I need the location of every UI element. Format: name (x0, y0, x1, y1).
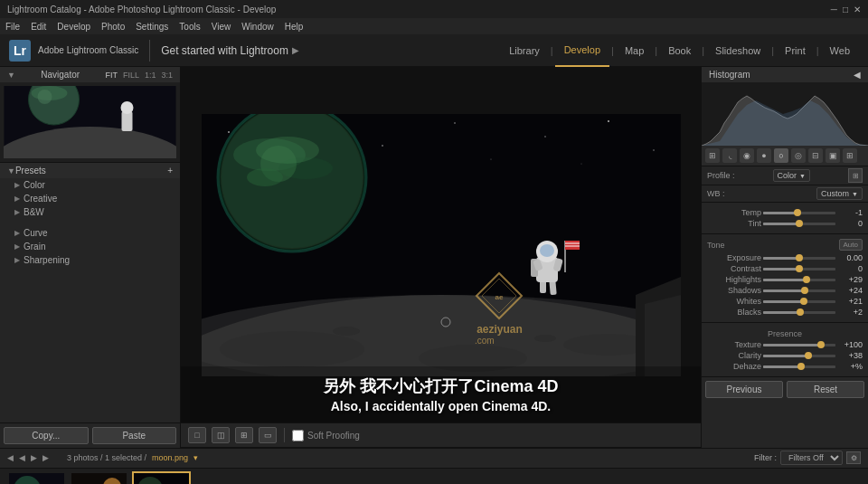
nav-library[interactable]: Library (500, 34, 549, 67)
auto-btn[interactable]: Auto (839, 239, 863, 251)
grid-btn[interactable]: ⊞ (235, 427, 253, 443)
before-after-btn[interactable]: ◫ (212, 427, 230, 443)
nav-web[interactable]: Web (821, 34, 859, 67)
histogram-header: Histogram ◀ (702, 67, 868, 82)
color-grading-icon[interactable]: ● (757, 148, 771, 163)
preset-bw[interactable]: ▶B&W (0, 205, 180, 219)
preset-color[interactable]: ▶Color (0, 178, 180, 192)
wb-label: WB : (707, 189, 725, 198)
hsl-icon[interactable]: ◉ (740, 148, 754, 163)
profile-dropdown[interactable]: Color ▼ (773, 169, 810, 182)
preset-grain[interactable]: ▶Grain (0, 240, 180, 253)
shadows-slider[interactable] (763, 289, 835, 292)
contrast-slider[interactable] (763, 268, 835, 270)
nav-map[interactable]: Map (616, 34, 653, 67)
filmstrip-header: ◀ ◀ ▶ ▶ 3 photos / 1 selected / moon.png… (0, 449, 868, 469)
menu-window[interactable]: Window (241, 22, 274, 32)
camera-cal-icon[interactable]: ⊞ (843, 148, 857, 163)
menu-help[interactable]: Help (285, 22, 304, 32)
histogram-collapse-icon[interactable]: ◀ (854, 70, 861, 80)
filter-settings-btn[interactable]: ⚙ (846, 451, 861, 464)
navigator-section: ▼ Navigator FIT FILL 1:1 3:1 (0, 67, 180, 163)
nav-1-1-btn[interactable]: 1:1 (145, 71, 156, 80)
previous-btn[interactable]: Previous (705, 381, 783, 398)
profile-grid-btn[interactable]: ⊞ (848, 168, 863, 183)
maximize-btn[interactable]: □ (843, 5, 848, 14)
bottom-area: ◀ ◀ ▶ ▶ 3 photos / 1 selected / moon.png… (0, 448, 868, 484)
menu-view[interactable]: View (212, 22, 231, 32)
whites-slider[interactable] (763, 300, 835, 303)
minimize-btn[interactable]: ─ (831, 5, 837, 14)
exposure-row: Exposure 0.00 (707, 253, 863, 262)
tint-label: Tint (707, 219, 761, 228)
presets-collapse-icon[interactable]: ▼ (7, 166, 15, 176)
filmstrip-folder-arrow[interactable]: ▾ (193, 453, 198, 462)
nav-develop[interactable]: Develop (555, 34, 609, 67)
blacks-slider[interactable] (763, 311, 835, 314)
filmstrip-nav-fwd[interactable]: ▶ (31, 453, 37, 462)
right-panel: Histogram ◀ ⊞ ◟ ◉ ● ○ ◎ ⊟ ▣ ⊞ (701, 67, 868, 448)
close-btn[interactable]: ✕ (854, 5, 861, 14)
nav-book[interactable]: Book (659, 34, 700, 67)
copy-btn[interactable]: Copy... (4, 427, 89, 444)
nav-print[interactable]: Print (776, 34, 815, 67)
texture-slider[interactable] (763, 344, 835, 346)
clarity-slider[interactable] (763, 355, 835, 357)
preset-curve[interactable]: ▶Curve (0, 226, 180, 240)
nav-fill-btn[interactable]: FILL (123, 71, 139, 80)
navigator-thumbnail[interactable] (0, 82, 180, 162)
filter-dropdown[interactable]: Filters Off Flagged Rated Labeled (780, 451, 843, 465)
highlights-label: Highlights (707, 275, 761, 284)
filmstrip-thumb-3[interactable] (132, 471, 191, 484)
preset-creative[interactable]: ▶Creative (0, 192, 180, 205)
preset-sharpening[interactable]: ▶Sharpening (0, 253, 180, 267)
highlights-slider[interactable] (763, 279, 835, 281)
filmstrip-thumb-1[interactable] (7, 471, 66, 484)
soft-proofing-checkbox[interactable] (292, 430, 304, 441)
svg-point-11 (382, 145, 383, 147)
filmstrip-back-btn[interactable]: ◀ (7, 453, 14, 462)
wb-dropdown[interactable]: Custom ▼ (816, 187, 863, 200)
presets-header: ▼ Presets + (0, 163, 180, 178)
presets-add-btn[interactable]: + (167, 166, 173, 176)
nav-slideshow[interactable]: Slideshow (706, 34, 769, 67)
exposure-slider[interactable] (763, 257, 835, 260)
menu-edit[interactable]: Edit (31, 22, 46, 32)
menu-photo[interactable]: Photo (101, 22, 125, 32)
filter-section: Filter : Filters Off Flagged Rated Label… (754, 451, 861, 465)
filmstrip-nav-fwd2[interactable]: ▶ (42, 453, 49, 462)
filmstrip-folder[interactable]: moon.png (152, 453, 188, 462)
basic-panel-icon[interactable]: ⊞ (705, 148, 720, 163)
loupe-btn[interactable]: ▭ (259, 427, 277, 443)
menu-tools[interactable]: Tools (179, 22, 200, 32)
texture-value: +100 (837, 340, 863, 349)
svg-point-6 (121, 101, 134, 114)
temp-tint-section: Temp -1 Tint 0 (702, 203, 868, 234)
logo-bar: Lr Adobe Lightroom Classic Get started w… (0, 34, 868, 67)
exposure-value: 0.00 (837, 253, 863, 262)
menu-settings[interactable]: Settings (136, 22, 168, 32)
tone-curve-icon[interactable]: ◟ (722, 148, 737, 163)
navigator-collapse-icon[interactable]: ▼ (7, 71, 15, 80)
clarity-value: +38 (837, 351, 863, 360)
filmstrip-nav-arrow[interactable]: ◀ (19, 453, 25, 462)
detail-icon[interactable]: ○ (774, 148, 788, 163)
menu-file[interactable]: File (5, 22, 20, 32)
center-area: ae aeziyuan .com 另外 我不小心打开了Cinema 4D Als… (181, 67, 701, 448)
transform-icon[interactable]: ⊟ (808, 148, 823, 163)
crop-tool-btn[interactable]: □ (188, 427, 206, 443)
filmstrip-thumb-2[interactable] (70, 471, 128, 484)
lens-corrections-icon[interactable]: ◎ (791, 148, 806, 163)
menu-bar: File Edit Develop Photo Settings Tools V… (0, 18, 868, 34)
nav-fit-btn[interactable]: FIT (105, 71, 118, 80)
image-container[interactable]: ae aeziyuan .com 另外 我不小心打开了Cinema 4D Als… (181, 67, 701, 422)
paste-btn[interactable]: Paste (92, 427, 177, 444)
nav-3-1-btn[interactable]: 3:1 (161, 71, 173, 80)
menu-develop[interactable]: Develop (57, 22, 90, 32)
reset-btn[interactable]: Reset (787, 381, 864, 398)
filmstrip-count: 3 photos / 1 selected / (67, 453, 146, 462)
effects-icon[interactable]: ▣ (826, 148, 840, 163)
dehaze-slider[interactable] (763, 365, 835, 368)
top-nav: Library | Develop | Map | Book | Slidesh… (500, 34, 859, 67)
dehaze-value: +% (837, 362, 863, 371)
